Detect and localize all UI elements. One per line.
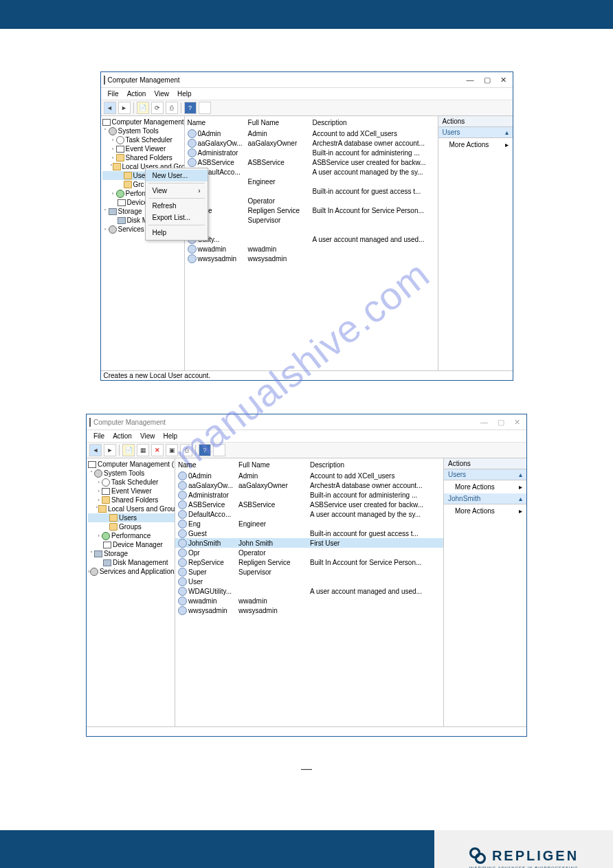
user-row[interactable]: Operator [185,196,438,205]
user-name: 0Admin [188,472,212,480]
user-row[interactable]: aaGalaxyOw...aaGalaxyOwnerArchestrA data… [185,138,438,148]
toolbar-btn[interactable] [213,444,225,456]
ctx-export[interactable]: Export List... [146,212,208,223]
actions-users[interactable]: Users▴ [444,469,526,480]
tree-services-apps[interactable]: Services and Applications [100,567,175,577]
toolbar-btn[interactable]: ⎙ [166,102,178,114]
user-row[interactable]: RepServiceRepligen ServiceBuilt In Accou… [175,557,443,567]
ctx-view[interactable]: View› [146,185,208,197]
help-button[interactable]: ? [184,102,197,114]
actions-more[interactable]: More Actions▸ [438,138,513,151]
toolbar-btn[interactable]: ▣ [166,444,178,456]
col-fullname[interactable]: Full Name [245,116,310,129]
user-row[interactable]: aaGalaxyOw...aaGalaxyOwnerArchestrA data… [175,480,443,490]
tree-storage[interactable]: Storage [118,207,142,216]
menu-view[interactable]: View [151,89,172,98]
back-button[interactable]: ◄ [104,102,116,114]
toolbar-btn[interactable]: 📄 [122,444,135,456]
col-name[interactable]: Name [175,458,236,471]
user-row[interactable]: SuperSupervisor [175,567,443,577]
tree-event-viewer[interactable]: Event Viewer [126,144,166,154]
tree-shared-folders[interactable]: Shared Folders [111,496,158,505]
menu-help[interactable]: Help [175,89,194,98]
col-description[interactable]: Description [310,116,438,129]
col-fullname[interactable]: Full Name [236,458,307,471]
tree-system-tools[interactable]: System Tools [104,469,144,478]
toolbar-btn[interactable]: ⟳ [151,102,164,114]
user-row[interactable]: wwsysadminwwsysadmin [175,605,443,615]
toolbar-btn[interactable]: ⎙ [180,444,192,456]
toolbar-btn[interactable]: 📄 [137,102,149,114]
tree-storage[interactable]: Storage [104,549,128,559]
tree-system-tools[interactable]: System Tools [118,126,159,136]
screenshot-1: Computer Management — ▢ ✕ File Action Vi… [100,71,513,381]
actions-more[interactable]: More Actions▸ [444,480,526,493]
user-row[interactable]: Supervisor [185,215,438,225]
actions-more[interactable]: More Actions▸ [444,504,526,518]
menu-file[interactable]: File [91,432,107,441]
user-row[interactable]: Engineer [185,177,438,186]
user-row[interactable]: wwadminwwadmin [185,244,438,254]
tree-shared-folders[interactable]: Shared Folders [126,153,172,163]
user-row[interactable]: WDAGUtility...A user account managed and… [175,586,443,596]
ctx-help[interactable]: Help [146,227,208,238]
user-row[interactable]: EngEngineer [175,519,443,528]
user-row[interactable]: DefaultAcco...A user account managed by … [185,167,438,177]
actions-johnsmith[interactable]: JohnSmith▴ [444,493,526,504]
close-button[interactable]: ✕ [500,76,506,84]
user-row[interactable]: AdministratorBuilt-in account for admini… [175,490,443,500]
menu-file[interactable]: File [105,89,122,98]
user-row[interactable]: DefaultAcco...A user account managed by … [175,509,443,519]
menu-action[interactable]: Action [124,89,149,98]
user-row[interactable]: rviceRepligen ServiceBuilt In Account fo… [185,205,438,215]
toolbar-btn[interactable]: ▦ [137,444,149,456]
user-row[interactable]: ASBServiceASBServiceASBService user crea… [185,157,438,167]
actions-users[interactable]: Users▴ [438,127,513,138]
tree-root[interactable]: Computer Management (Local) [112,118,185,127]
tree-groups-short[interactable]: Grc [133,180,144,190]
tree-task-scheduler[interactable]: Task Scheduler [111,478,158,487]
tree-groups[interactable]: Groups [119,522,142,532]
forward-button[interactable]: ► [118,102,131,114]
user-fullname: Repligen Service [236,557,307,567]
maximize-button[interactable]: ▢ [484,76,491,84]
close-button[interactable]: ✕ [514,419,520,426]
user-row[interactable]: wwsysadminwwsysadmin [185,254,438,263]
user-row[interactable]: GuestBuilt-in account for guest access t… [175,528,443,538]
forward-button[interactable]: ► [104,444,116,456]
menu-view[interactable]: View [137,432,158,441]
menu-action[interactable]: Action [110,432,135,441]
user-row[interactable]: Built-in account for guest access t... [185,186,438,196]
user-row[interactable]: wwadminwwadmin [175,596,443,605]
user-name: wwadmin [188,597,217,605]
minimize-button[interactable]: — [480,419,488,426]
user-row[interactable]: OprOperator [175,548,443,557]
maximize-button[interactable]: ▢ [498,419,504,426]
tree-device-mgr[interactable]: Device Manager [113,540,163,550]
help-button[interactable]: ? [199,444,211,456]
menu-help[interactable]: Help [160,432,180,441]
tree-task-scheduler[interactable]: Task Scheduler [126,135,172,145]
minimize-button[interactable]: — [467,76,474,84]
col-name[interactable]: Name [185,116,245,129]
col-description[interactable]: Description [307,458,443,471]
user-row[interactable]: AdministratorBuilt-in account for admini… [185,148,438,157]
tree-local-users-groups[interactable]: Local Users and Groups [108,504,175,514]
user-row[interactable]: Utility...A user account managed and use… [185,234,438,244]
toolbar-btn[interactable] [199,102,211,114]
tree-disk-mgmt[interactable]: Disk Management [113,558,168,568]
tree-event-viewer[interactable]: Event Viewer [111,487,152,496]
user-row[interactable]: 0AdminAdminAccount to add XCell_users [185,129,438,138]
ctx-refresh[interactable]: Refresh [146,200,208,212]
user-row[interactable]: JohnSmithJohn SmithFirst User [175,538,443,548]
tree-users[interactable]: Users [119,513,137,523]
tree-performance[interactable]: Performance [111,531,151,541]
tree-root[interactable]: Computer Management (Local) [98,460,175,469]
back-button[interactable]: ◄ [89,444,102,456]
delete-button[interactable]: ✕ [151,444,164,456]
user-row[interactable] [185,225,438,234]
user-row[interactable]: ASBServiceASBServiceASBService user crea… [175,500,443,509]
user-row[interactable]: User [175,577,443,586]
user-row[interactable]: 0AdminAdminAccount to add XCell_users [175,471,443,480]
ctx-new-user[interactable]: New User... [146,170,208,181]
